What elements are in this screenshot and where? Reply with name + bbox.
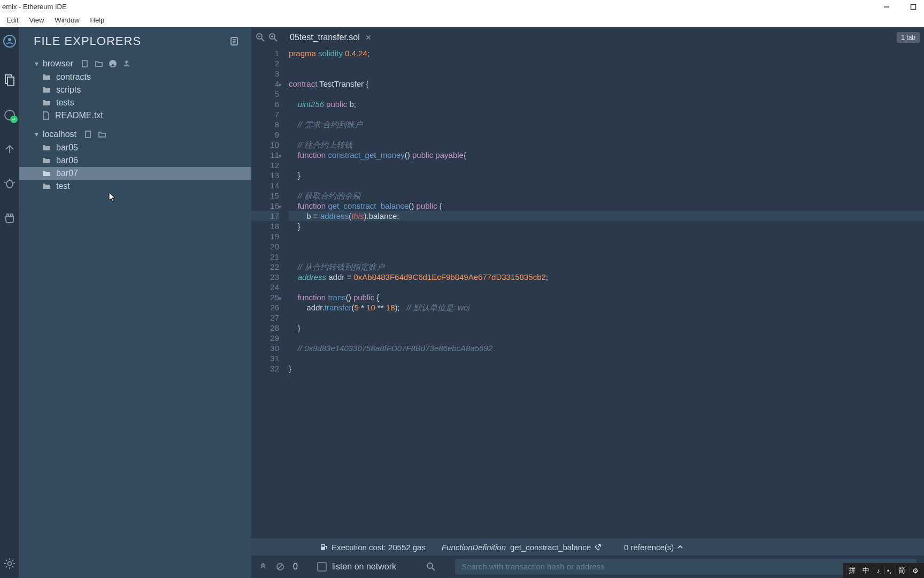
folder-icon — [42, 144, 51, 151]
tree-root-label: browser — [43, 59, 73, 69]
checkbox-icon[interactable] — [317, 562, 327, 572]
svg-line-29 — [278, 565, 282, 569]
search-icon[interactable] — [426, 562, 436, 572]
pending-count: 0 — [293, 562, 298, 572]
activity-bar — [0, 27, 19, 578]
settings-gear-icon[interactable] — [3, 557, 17, 571]
docs-icon[interactable] — [229, 36, 240, 47]
tree-item-bar07[interactable]: bar07 — [19, 167, 251, 180]
new-folder-icon[interactable] — [98, 130, 106, 139]
svg-rect-27 — [322, 545, 325, 547]
plugin-icon[interactable] — [3, 211, 17, 225]
file-icon — [42, 111, 50, 120]
refs-text: 0 reference(s) — [624, 543, 674, 552]
main-app: FILE EXPLORERS ▼ browser contracts — [0, 27, 924, 578]
tree-item-bar06[interactable]: bar06 — [19, 154, 251, 167]
svg-line-31 — [432, 568, 435, 571]
compiler-icon[interactable] — [3, 108, 17, 122]
svg-point-7 — [6, 180, 13, 188]
menu-edit[interactable]: Edit — [2, 15, 22, 25]
editor-tab[interactable]: 05test_transfer.sol ✕ — [286, 29, 376, 45]
file-explorer-icon[interactable] — [3, 73, 17, 87]
ime-settings-icon[interactable]: ⚙ — [910, 567, 921, 575]
tree-item-label: tests — [56, 98, 74, 108]
svg-line-20 — [261, 39, 264, 41]
ime-sound[interactable]: ♪ — [874, 567, 882, 575]
maximize-button[interactable] — [908, 2, 919, 12]
tree-item-test[interactable]: test — [19, 180, 251, 193]
tree-item-readme[interactable]: README.txt — [19, 109, 251, 122]
folder-icon — [42, 182, 51, 190]
svg-point-3 — [8, 38, 11, 41]
ime-mode[interactable]: 拼 — [846, 566, 858, 575]
tree-item-bar05[interactable]: bar05 — [19, 141, 251, 154]
svg-rect-16 — [82, 60, 87, 67]
tree-root-localhost[interactable]: ▼ localhost — [19, 127, 251, 141]
new-file-icon[interactable] — [81, 59, 89, 68]
svg-point-11 — [7, 562, 11, 566]
share-icon[interactable] — [595, 543, 603, 551]
svg-point-30 — [427, 563, 433, 568]
terminal-bar: 0 listen on network — [251, 556, 924, 578]
listen-label: listen on network — [332, 562, 396, 572]
tree-item-label: bar07 — [56, 169, 78, 178]
tree-item-label: scripts — [56, 85, 81, 95]
tree-item-label: contracts — [56, 72, 91, 82]
sidebar: FILE EXPLORERS ▼ browser contracts — [19, 27, 251, 578]
tree-item-label: test — [56, 181, 70, 191]
gas-status: Execution cost: 20552 gas — [320, 543, 426, 552]
file-tree: ▼ browser contracts scripts tests — [19, 52, 251, 197]
code-editor[interactable]: 1234▼567891011▼1213141516▼17181920212223… — [251, 48, 924, 538]
zoom-in-icon[interactable] — [268, 33, 278, 42]
editor-area: 05test_transfer.sol ✕ 1 tab 1234▼5678910… — [251, 27, 924, 578]
debug-icon[interactable] — [3, 177, 17, 191]
new-file-icon[interactable] — [84, 130, 93, 139]
ime-theme[interactable]: •, — [884, 567, 894, 575]
svg-rect-5 — [7, 77, 14, 86]
references-status[interactable]: 0 reference(s) — [624, 543, 683, 552]
github-icon[interactable] — [109, 59, 117, 68]
ime-lang[interactable]: 中 — [860, 566, 872, 575]
line-gutter: 1234▼567891011▼1213141516▼17181920212223… — [251, 48, 284, 538]
block-icon[interactable] — [276, 562, 284, 571]
close-icon[interactable]: ✕ — [365, 33, 372, 42]
status-bar: Execution cost: 20552 gas FunctionDefini… — [251, 538, 924, 556]
tree-item-tests[interactable]: tests — [19, 96, 251, 109]
svg-rect-18 — [86, 131, 90, 138]
new-folder-icon[interactable] — [95, 59, 103, 68]
caret-down-icon: ▼ — [34, 131, 40, 138]
tab-bar: 05test_transfer.sol ✕ 1 tab — [251, 27, 924, 48]
svg-line-23 — [274, 39, 277, 41]
code-content[interactable]: pragma solidity 0.4.24;contract TestTran… — [284, 48, 924, 538]
ime-bar: 拼 中 ♪ •, 简 ⚙ — [843, 563, 924, 578]
menu-help[interactable]: Help — [86, 15, 109, 25]
gas-pump-icon — [320, 543, 328, 551]
fn-type: FunctionDefinition — [442, 543, 506, 552]
remix-logo-icon[interactable] — [3, 34, 17, 48]
caret-down-icon: ▼ — [34, 60, 40, 67]
tree-root-browser[interactable]: ▼ browser — [19, 57, 251, 71]
compiler-success-badge — [10, 116, 18, 123]
tree-item-label: bar05 — [56, 143, 78, 153]
titlebar: emix - Ethereum IDE — [0, 0, 924, 13]
tree-item-scripts[interactable]: scripts — [19, 83, 251, 96]
tree-item-contracts[interactable]: contracts — [19, 71, 251, 83]
upload-icon[interactable] — [122, 59, 131, 68]
window-controls — [881, 0, 919, 13]
menu-window[interactable]: Window — [50, 15, 83, 25]
listen-network-toggle[interactable]: listen on network — [317, 562, 396, 572]
minimize-button[interactable] — [881, 2, 892, 12]
gas-text: Execution cost: 20552 gas — [332, 543, 426, 552]
zoom-out-icon[interactable] — [256, 33, 265, 42]
deploy-icon[interactable] — [3, 142, 17, 156]
svg-line-10 — [13, 182, 15, 183]
svg-line-9 — [4, 182, 6, 183]
tab-count-badge[interactable]: 1 tab — [897, 32, 920, 43]
ime-simp[interactable]: 简 — [896, 566, 907, 575]
chevron-up-icon — [677, 544, 683, 550]
folder-icon — [42, 86, 51, 94]
folder-icon — [42, 99, 51, 107]
menu-view[interactable]: View — [25, 15, 48, 25]
tree-item-label: README.txt — [55, 111, 103, 120]
expand-icon[interactable] — [259, 562, 267, 571]
